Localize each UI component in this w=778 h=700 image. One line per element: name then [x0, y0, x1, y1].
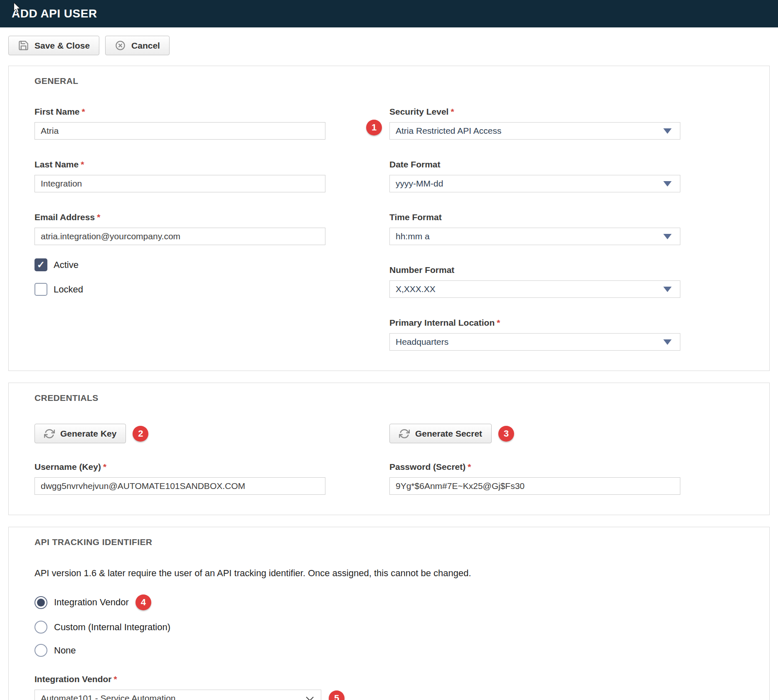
time-format-field-group: Time Format hh:mm a: [389, 212, 680, 245]
annotation-badge-3: 3: [498, 426, 514, 442]
required-asterisk: *: [497, 318, 500, 327]
radio-unselected-icon: [34, 621, 47, 634]
locked-checkbox-label: Locked: [54, 284, 83, 295]
api-tracking-heading: API TRACKING IDENTIFIER: [34, 537, 749, 547]
time-format-label: Time Format: [389, 212, 680, 222]
general-left-column: First Name* Last Name* Email Address* ✓ …: [34, 107, 325, 307]
radio-none[interactable]: None: [34, 644, 76, 657]
integration-vendor-label: Integration Vendor*: [34, 674, 749, 684]
required-asterisk: *: [468, 462, 471, 472]
dropdown-arrow-icon: [663, 234, 672, 239]
check-icon: ✓: [37, 260, 45, 270]
first-name-field-group: First Name*: [34, 107, 325, 140]
annotation-badge-1: 1: [366, 120, 382, 135]
toolbar: Save & Close Cancel: [0, 27, 778, 66]
username-label: Username (Key)*: [34, 462, 325, 472]
last-name-label: Last Name*: [34, 160, 325, 169]
general-heading: GENERAL: [34, 76, 749, 86]
radio-integration-vendor[interactable]: Integration Vendor 4: [34, 594, 151, 610]
radio-custom-internal-integration[interactable]: Custom (Internal Integration): [34, 621, 170, 634]
date-format-select[interactable]: yyyy-MM-dd: [389, 175, 680, 192]
integration-vendor-select[interactable]: Automate101 - Service Automation: [34, 690, 321, 700]
date-format-label: Date Format: [389, 160, 680, 169]
required-asterisk: *: [114, 674, 117, 684]
refresh-icon: [44, 428, 55, 439]
radio-none-label: None: [54, 645, 76, 656]
cancel-icon: [115, 40, 126, 51]
first-name-input[interactable]: [34, 122, 325, 140]
required-asterisk: *: [82, 107, 85, 116]
cancel-label: Cancel: [131, 41, 160, 51]
number-format-select[interactable]: X,XXX.XX: [389, 280, 680, 298]
generate-secret-label: Generate Secret: [415, 429, 482, 439]
general-right-column: Security Level* 1 Atria Restricted API A…: [389, 107, 680, 351]
page-header: ADD API USER: [0, 0, 778, 27]
radio-integration-vendor-label: Integration Vendor: [54, 597, 129, 608]
last-name-field-group: Last Name*: [34, 160, 325, 192]
api-tracking-section: API TRACKING IDENTIFIER API version 1.6 …: [8, 527, 770, 700]
first-name-label: First Name*: [34, 107, 325, 117]
locked-checkbox[interactable]: Locked: [34, 283, 83, 296]
radio-selected-icon: [34, 596, 47, 609]
save-icon: [18, 40, 29, 51]
time-format-select[interactable]: hh:mm a: [389, 228, 680, 245]
date-format-field-group: Date Format yyyy-MM-dd: [389, 160, 680, 192]
refresh-icon: [399, 428, 410, 439]
save-close-label: Save & Close: [34, 41, 90, 51]
dropdown-arrow-icon: [663, 287, 672, 292]
security-level-field-group: Security Level* 1 Atria Restricted API A…: [389, 107, 680, 140]
number-format-field-group: Number Format X,XXX.XX: [389, 265, 680, 298]
page-title: ADD API USER: [12, 7, 97, 20]
active-checkbox[interactable]: ✓ Active: [34, 258, 79, 271]
required-asterisk: *: [97, 212, 100, 222]
primary-internal-location-label: Primary Internal Location*: [389, 318, 680, 328]
save-close-button[interactable]: Save & Close: [8, 36, 99, 55]
password-label: Password (Secret)*: [389, 462, 680, 472]
checkbox-checked-icon: ✓: [34, 258, 47, 271]
email-input[interactable]: [34, 228, 325, 245]
active-checkbox-label: Active: [54, 260, 79, 270]
credentials-right-column: Generate Secret 3 Password (Secret)*: [389, 424, 680, 495]
api-tracking-description: API version 1.6 & later require the user…: [34, 568, 749, 579]
required-asterisk: *: [451, 107, 454, 116]
generate-key-button[interactable]: Generate Key: [34, 424, 126, 443]
primary-internal-location-select[interactable]: Headquarters: [389, 333, 680, 351]
number-format-label: Number Format: [389, 265, 680, 275]
dropdown-arrow-icon: [663, 339, 672, 345]
radio-custom-label: Custom (Internal Integration): [54, 622, 170, 633]
password-secret-input[interactable]: [389, 477, 680, 495]
email-field-group: Email Address*: [34, 212, 325, 245]
primary-internal-location-field-group: Primary Internal Location* Headquarters: [389, 318, 680, 351]
email-label: Email Address*: [34, 212, 325, 222]
username-field-group: Username (Key)*: [34, 462, 325, 495]
last-name-input[interactable]: [34, 175, 325, 192]
general-section: GENERAL First Name* Last Name* Email Add…: [8, 66, 770, 371]
security-level-label: Security Level*: [389, 107, 680, 117]
dropdown-arrow-icon: [663, 181, 672, 187]
required-asterisk: *: [103, 462, 106, 472]
required-asterisk: *: [81, 160, 84, 169]
password-field-group: Password (Secret)*: [389, 462, 680, 495]
integration-vendor-field-group: Integration Vendor* Automate101 - Servic…: [34, 674, 749, 700]
annotation-badge-4: 4: [135, 594, 151, 610]
chevron-down-icon: [306, 693, 313, 700]
credentials-heading: CREDENTIALS: [34, 393, 749, 403]
radio-unselected-icon: [34, 644, 47, 657]
credentials-left-column: Generate Key 2 Username (Key)*: [34, 424, 325, 495]
cancel-button[interactable]: Cancel: [105, 36, 170, 55]
annotation-badge-5: 5: [329, 690, 345, 700]
dropdown-arrow-icon: [663, 128, 672, 134]
generate-secret-button[interactable]: Generate Secret: [389, 424, 492, 443]
credentials-section: CREDENTIALS Generate Key 2 Us: [8, 383, 770, 515]
mouse-cursor: [12, 2, 22, 15]
username-key-input[interactable]: [34, 477, 325, 495]
security-level-select[interactable]: Atria Restricted API Access: [389, 122, 680, 140]
annotation-badge-2: 2: [133, 426, 148, 442]
generate-key-label: Generate Key: [60, 429, 116, 439]
checkbox-unchecked-icon: [34, 283, 47, 296]
